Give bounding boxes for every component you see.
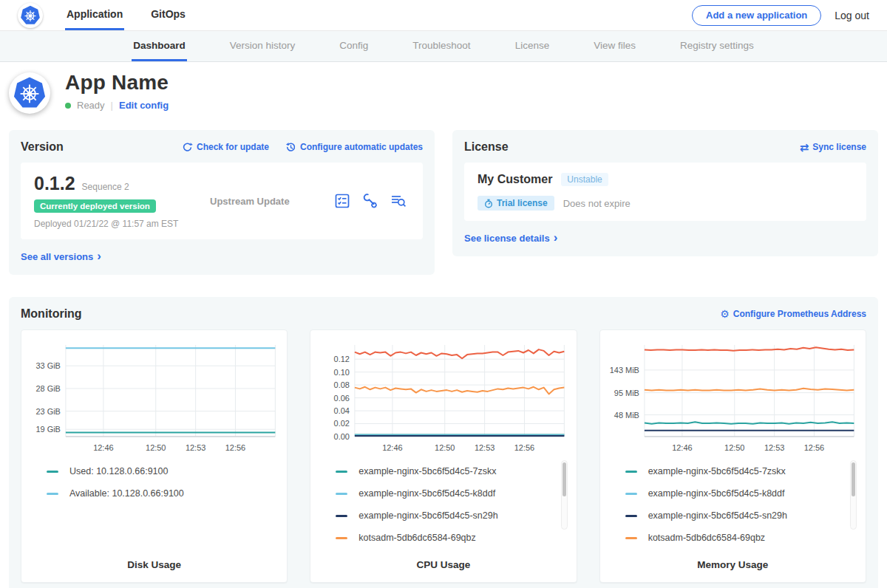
svg-text:12:56: 12:56 [803,443,823,452]
top-navbar: Application GitOps Add a new application… [0,0,887,31]
refresh-icon [182,142,193,153]
deploy-logs-icon[interactable] [390,193,407,209]
svg-text:0.02: 0.02 [334,419,350,428]
customer-name: My Customer [478,173,552,186]
legend-item: Available: 10.128.0.66:9100 [47,488,268,499]
svg-text:12:50: 12:50 [435,443,455,452]
sync-license-label: Sync license [812,142,866,152]
see-license-details-label: See license details [464,233,550,244]
subnav-tab-troubleshoot[interactable]: Troubleshoot [411,31,472,61]
legend-label: kotsadm-5db6dc6584-69qbz [648,533,765,543]
trial-license-label: Trial license [497,198,548,208]
legend-swatch [336,537,347,539]
legend-item: example-nginx-5bc6f5d4c5-7zskx [336,466,557,476]
legend-swatch [625,493,637,495]
svg-text:0.08: 0.08 [334,380,350,389]
legend-swatch [625,471,637,473]
see-all-versions-link[interactable]: See all versions › [21,251,101,262]
configure-automatic-updates-label: Configure automatic updates [300,142,423,152]
svg-text:95 MiB: 95 MiB [614,389,639,397]
license-details-box: My Customer Unstable Trial license Does … [464,163,866,221]
configure-prometheus-link[interactable]: ⚙ Configure Prometheus Address [720,309,866,319]
legend-label: Available: 10.128.0.66:9100 [69,488,184,499]
stopwatch-icon [484,199,493,208]
svg-text:12:53: 12:53 [475,443,495,452]
legend-swatch [625,515,637,517]
subnav-tab-version-history[interactable]: Version history [228,31,297,61]
see-all-versions-label: See all versions [21,251,93,262]
legend-swatch [336,471,347,473]
sync-license-link[interactable]: ⇄ Sync license [800,142,866,153]
memory-usage-legend: example-nginx-5bc6f5d4c5-7zskxexample-ng… [606,456,860,555]
legend-item: Used: 10.128.0.66:9100 [47,466,268,476]
see-license-details-link[interactable]: See license details › [464,233,557,244]
app-status: Ready [77,100,105,111]
license-expiry: Does not expire [563,198,631,209]
legend-scrollbar[interactable] [850,460,857,530]
legend-item: kotsadm-5db6dc6584-69qbz [625,533,846,543]
version-sequence: Sequence 2 [82,182,129,192]
subnav-tab-license[interactable]: License [514,31,551,61]
legend-scrollbar[interactable] [561,460,568,530]
svg-text:12:53: 12:53 [764,443,784,452]
edit-config-link[interactable]: Edit config [119,100,169,111]
scrollbar-thumb[interactable] [563,462,566,496]
chart-title: Disk Usage [27,559,281,570]
disk-usage-panel: 19 GiB23 GiB28 GiB33 GiB12:4612:5012:531… [21,329,288,583]
logout-link[interactable]: Log out [835,10,869,21]
topnav-tabs: Application GitOps [65,0,187,30]
svg-text:0.10: 0.10 [334,368,350,377]
cpu-usage-panel: 0.000.020.040.060.080.100.1212:4612:5012… [310,329,577,583]
chart-title: Memory Usage [606,559,860,570]
legend-label: example-nginx-5bc6f5d4c5-k8ddf [648,488,785,499]
disk-usage-legend: Used: 10.128.0.66:9100Available: 10.128.… [27,456,281,555]
version-number: 0.1.2 [34,173,75,194]
kubernetes-logo-icon [18,3,43,28]
tab-application-label: Application [67,8,123,20]
tab-application[interactable]: Application [65,0,124,30]
trial-license-badge: Trial license [478,196,554,211]
page-title: App Name [65,71,169,95]
memory-usage-chart: 48 MiB95 MiB143 MiB12:4612:5012:5312:56 [606,338,860,456]
version-card-title: Version [21,140,64,154]
svg-text:12:50: 12:50 [724,443,744,452]
preflight-checks-icon[interactable] [334,193,350,209]
check-for-update-link[interactable]: Check for update [182,142,269,153]
subnav-tab-config[interactable]: Config [338,31,370,61]
add-new-application-button[interactable]: Add a new application [692,5,821,26]
svg-text:12:56: 12:56 [225,443,245,452]
svg-text:12:46: 12:46 [93,443,113,452]
svg-text:143 MiB: 143 MiB [609,366,639,375]
legend-swatch [625,537,637,539]
legend-item: example-nginx-5bc6f5d4c5-k8ddf [625,488,846,499]
version-card: Version Check for update Configure au [9,130,435,275]
monitoring-card: Monitoring ⚙ Configure Prometheus Addres… [9,297,878,588]
legend-label: example-nginx-5bc6f5d4c5-k8ddf [358,488,495,499]
svg-text:0.00: 0.00 [334,432,350,441]
legend-swatch [336,493,347,495]
gear-icon: ⚙ [720,309,730,319]
tab-gitops-label: GitOps [151,8,186,20]
subnav-tab-dashboard[interactable]: Dashboard [132,31,187,61]
schedule-update-icon [285,142,296,153]
config-wrench-icon[interactable] [362,193,378,209]
legend-item: example-nginx-5bc6f5d4c5-k8ddf [336,488,557,499]
brand-logo [18,0,43,30]
configure-automatic-updates-link[interactable]: Configure automatic updates [285,142,423,153]
monitoring-title: Monitoring [21,307,82,321]
legend-item: example-nginx-5bc6f5d4c5-sn29h [336,510,557,521]
scrollbar-thumb[interactable] [852,462,855,496]
svg-text:28 GiB: 28 GiB [35,384,61,393]
svg-text:0.06: 0.06 [334,394,350,403]
legend-label: kotsadm-5db6dc6584-69qbz [358,533,475,543]
legend-label: Used: 10.128.0.66:9100 [69,466,168,476]
subnav-tab-view-files[interactable]: View files [592,31,637,61]
legend-label: example-nginx-5bc6f5d4c5-7zskx [358,466,496,476]
legend-item: example-nginx-5bc6f5d4c5-7zskx [625,466,846,476]
subnav-tab-registry-settings[interactable]: Registry settings [679,31,755,61]
tab-gitops[interactable]: GitOps [149,0,187,30]
legend-item: example-nginx-5bc6f5d4c5-sn29h [625,510,846,521]
legend-label: example-nginx-5bc6f5d4c5-sn29h [648,510,787,521]
svg-text:0.12: 0.12 [334,355,350,363]
svg-text:33 GiB: 33 GiB [35,361,61,370]
